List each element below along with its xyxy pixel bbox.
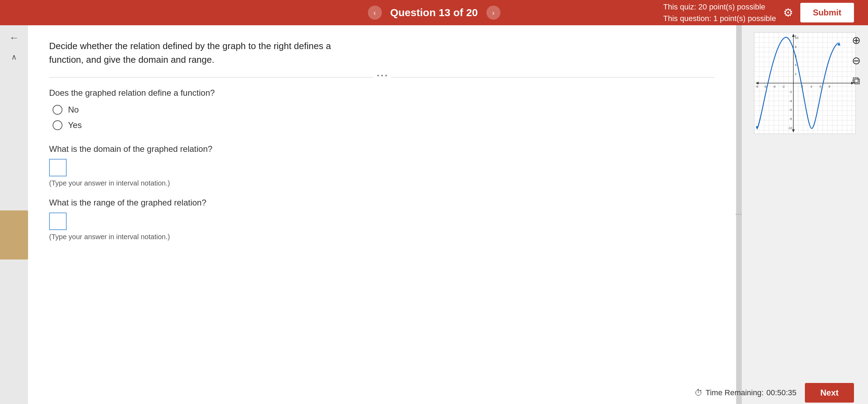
right-panel: x y 10 8 6 4 2 -2 <box>742 25 868 404</box>
svg-marker-45 <box>792 129 795 132</box>
svg-text:4: 4 <box>795 63 796 67</box>
svg-marker-64 <box>756 126 759 130</box>
range-label: What is the range of the graphed relatio… <box>49 198 715 208</box>
header-bar: ‹ Question 13 of 20 › This quiz: 20 poin… <box>0 0 868 25</box>
back-to-start-button[interactable]: ← <box>9 32 19 43</box>
svg-text:2: 2 <box>795 72 796 76</box>
tan-sidebar-block <box>0 210 28 260</box>
svg-marker-43 <box>792 34 795 37</box>
domain-section: What is the domain of the graphed relati… <box>49 144 715 187</box>
sub-question-1: Does the graphed relation define a funct… <box>49 88 715 98</box>
svg-text:-8: -8 <box>789 117 792 121</box>
settings-icon[interactable]: ⚙ <box>783 6 793 19</box>
quiz-info: This quiz: 20 point(s) possible This que… <box>663 1 776 24</box>
range-section: What is the range of the graphed relatio… <box>49 198 715 241</box>
graph-svg: x y 10 8 6 4 2 -2 <box>754 33 855 134</box>
next-button[interactable]: Next <box>805 383 854 403</box>
time-label: Time Remaining: <box>706 388 763 397</box>
svg-text:8: 8 <box>829 85 830 88</box>
divider-dots: • • • <box>373 72 391 80</box>
svg-text:-6: -6 <box>789 108 792 112</box>
panel-divider[interactable]: ⋮ <box>736 25 742 404</box>
submit-button[interactable]: Submit <box>800 3 854 22</box>
header-right: This quiz: 20 point(s) possible This que… <box>663 1 854 24</box>
svg-text:4: 4 <box>810 85 812 88</box>
prev-question-button[interactable]: ‹ <box>368 6 382 20</box>
svg-text:-6: -6 <box>764 85 767 88</box>
radio-yes-label: Yes <box>68 120 82 130</box>
domain-input-box[interactable] <box>49 159 67 176</box>
question-navigation: ‹ Question 13 of 20 › <box>368 6 500 20</box>
content-area: Decide whether the relation defined by t… <box>28 25 736 404</box>
quiz-points: This quiz: 20 point(s) possible <box>663 1 776 13</box>
question-points: This question: 1 point(s) possible <box>663 13 776 24</box>
radio-option-no[interactable]: No <box>53 105 715 115</box>
zoom-in-button[interactable]: ⊕ <box>848 32 864 48</box>
svg-text:-2: -2 <box>782 85 785 88</box>
graph-container: x y 10 8 6 4 2 -2 <box>754 32 856 134</box>
collapse-button[interactable]: ∧ <box>11 53 17 62</box>
radio-option-yes[interactable]: Yes <box>53 120 715 130</box>
function-radio-group: No Yes <box>53 105 715 130</box>
svg-marker-44 <box>756 82 759 85</box>
radio-no-circle[interactable] <box>53 105 62 115</box>
svg-text:10: 10 <box>795 36 798 40</box>
svg-text:8: 8 <box>795 45 796 49</box>
radio-yes-circle[interactable] <box>53 120 62 130</box>
time-remaining: ⏱ Time Remaining: 00:50:35 <box>694 388 796 398</box>
clock-icon: ⏱ <box>694 388 703 398</box>
svg-text:-10: -10 <box>788 126 792 130</box>
range-hint: (Type your answer in interval notation.) <box>49 233 715 241</box>
zoom-out-button[interactable]: ⊖ <box>848 53 864 68</box>
next-question-button[interactable]: › <box>486 6 500 20</box>
question-text: Decide whether the relation defined by t… <box>49 39 365 67</box>
radio-no-label: No <box>68 105 79 115</box>
bottom-bar: ⏱ Time Remaining: 00:50:35 Next <box>0 382 868 404</box>
svg-text:-8: -8 <box>755 85 758 88</box>
graph-icon-column: ⊕ ⊖ ⧉ <box>848 32 864 88</box>
svg-marker-65 <box>837 42 840 46</box>
svg-text:-4: -4 <box>789 99 792 103</box>
svg-text:-4: -4 <box>773 85 776 88</box>
external-link-button[interactable]: ⧉ <box>848 73 864 88</box>
svg-text:6: 6 <box>820 85 821 88</box>
svg-text:-2: -2 <box>789 90 792 94</box>
question-title: Question 13 of 20 <box>390 7 478 19</box>
range-input-box[interactable] <box>49 213 67 230</box>
main-wrapper: ← ∧ Decide whether the relation defined … <box>0 25 868 404</box>
time-value: 00:50:35 <box>766 388 796 397</box>
domain-label: What is the domain of the graphed relati… <box>49 144 715 154</box>
domain-hint: (Type your answer in interval notation.) <box>49 179 715 187</box>
